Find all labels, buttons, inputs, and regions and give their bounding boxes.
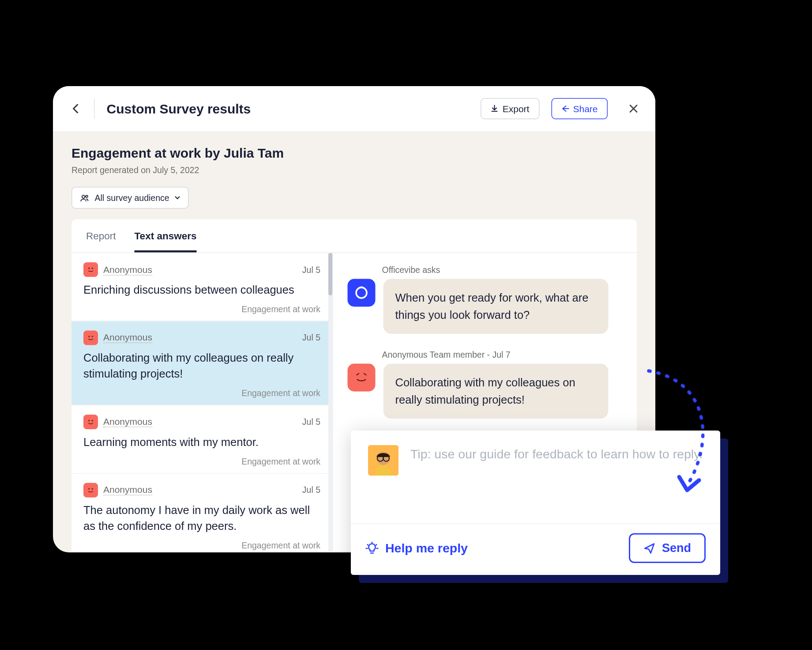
close-button[interactable] [628,103,639,115]
reply-card: Tip: use our guide for feedback to learn… [351,431,720,575]
send-label: Send [662,541,691,556]
reply-input-area[interactable]: Tip: use our guide for feedback to learn… [351,431,720,523]
answer-text: Collaborating with my colleagues on real… [83,350,320,383]
anon-avatar-icon [83,262,98,277]
answer-item[interactable]: Anonymous Jul 5 Enriching discussions be… [71,253,332,321]
answer-message: Collaborating with my colleagues on real… [348,364,623,419]
window-header: Custom Survey results Export Share [53,86,655,131]
answer-list[interactable]: Anonymous Jul 5 Enriching discussions be… [71,253,333,551]
answer-label: Anonymous Team member - Jul 7 [382,350,623,360]
send-icon [643,542,655,554]
answer-date: Jul 5 [302,333,320,343]
divider [94,99,95,119]
answer-date: Jul 5 [302,485,320,495]
reply-placeholder: Tip: use our guide for feedback to learn… [410,445,703,509]
reply-footer: Help me reply Send [351,523,720,575]
user-avatar [368,445,398,476]
tab-report[interactable]: Report [86,219,116,253]
answer-bubble-text: Collaborating with my colleagues on real… [383,364,609,419]
anon-avatar-icon [83,415,98,429]
share-button[interactable]: Share [551,98,608,119]
anon-avatar-icon [83,330,98,345]
answer-date: Jul 5 [302,417,320,427]
close-icon [629,104,638,113]
export-label: Export [503,103,530,114]
answer-item[interactable]: Anonymous Jul 5 Learning moments with my… [71,405,332,473]
back-button[interactable] [69,102,82,115]
answer-tag: Engagement at work [83,456,320,466]
prompt-message: When you get ready for work, what are th… [348,279,623,334]
answer-text: The autonomy I have in my daily work as … [83,503,320,535]
people-icon [80,194,90,202]
help-me-reply-button[interactable]: Help me reply [365,541,468,556]
anon-avatar-icon [83,483,98,497]
answer-author: Anonymous [103,484,152,496]
answer-item[interactable]: Anonymous Jul 5 Collaborating with my co… [71,321,332,405]
export-button[interactable]: Export [481,98,539,119]
answer-text: Enriching discussions between colleagues [83,282,320,299]
svg-point-7 [92,420,93,421]
officevibe-avatar-icon [348,279,376,307]
svg-point-1 [86,195,88,197]
page-title: Custom Survey results [107,101,469,117]
chevron-left-icon [72,103,79,114]
svg-point-2 [88,268,90,269]
generated-date: Report generated on July 5, 2022 [71,165,637,175]
answer-author: Anonymous [103,332,152,344]
answer-author: Anonymous [103,264,152,276]
share-label: Share [573,103,598,114]
svg-point-6 [88,420,90,421]
send-button[interactable]: Send [629,533,706,563]
answer-tag: Engagement at work [83,540,320,551]
help-reply-label: Help me reply [385,541,468,556]
anon-avatar-icon [348,364,376,392]
prompt-label: Officevibe asks [382,265,623,275]
prompt-text: When you get ready for work, what are th… [383,279,609,334]
audience-label: All survey audience [95,193,169,203]
answer-author: Anonymous [103,416,152,428]
svg-point-3 [92,268,93,269]
scrollbar-track[interactable] [328,253,332,551]
svg-point-4 [88,336,90,337]
download-icon [491,105,499,113]
tab-text-answers[interactable]: Text answers [135,219,197,253]
caret-down-icon [175,196,180,200]
tabs: Report Text answers [71,219,637,253]
answer-text: Learning moments with my mentor. [83,435,320,451]
audience-dropdown[interactable]: All survey audience [71,187,188,209]
svg-point-9 [92,488,93,489]
svg-point-5 [92,336,93,337]
svg-point-0 [82,195,85,198]
scrollbar-thumb[interactable] [328,253,332,295]
answer-item[interactable]: Anonymous Jul 5 The autonomy I have in m… [71,473,332,551]
answer-date: Jul 5 [302,265,320,275]
svg-point-8 [88,488,90,489]
share-icon [561,105,569,113]
subheader: Engagement at work by Julia Tam Report g… [53,131,655,219]
svg-point-10 [356,287,367,298]
answer-tag: Engagement at work [83,304,320,314]
survey-title: Engagement at work by Julia Tam [71,146,637,161]
lightbulb-icon [365,541,379,555]
answer-tag: Engagement at work [83,388,320,398]
